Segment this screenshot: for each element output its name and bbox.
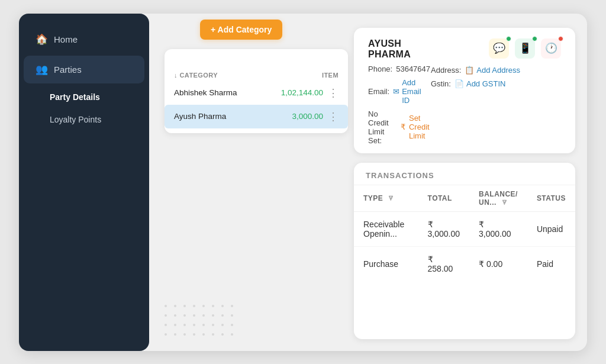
set-credit-link[interactable]: Set Credit Limit xyxy=(409,114,431,140)
dot-grid-decoration xyxy=(165,305,237,339)
cat-value: 1,02,144.00 xyxy=(281,88,323,97)
cat-name: Abhishek Sharma xyxy=(174,88,237,97)
message-badge xyxy=(506,36,511,41)
phone-value: 53647647 xyxy=(396,65,430,73)
transaction-type-1: Receivable Openin... xyxy=(354,211,418,246)
party-name: AYUSH PHARMA xyxy=(368,38,431,60)
party-details-panel: AYUSH PHARMA Phone: 53647647 Email: ✉ Ad… xyxy=(354,28,575,153)
sidebar: 🏠 Home 👥 Parties Party Details Loyalty P… xyxy=(19,14,149,351)
sidebar-item-parties[interactable]: 👥 Parties xyxy=(24,56,144,83)
balance-filter-icon[interactable]: ⛛ xyxy=(501,198,508,207)
whatsapp-badge xyxy=(532,36,537,41)
category-row-selected[interactable]: Ayush Pharma 3,000.00 ⋮ xyxy=(165,105,348,128)
sidebar-item-party-details[interactable]: Party Details xyxy=(24,86,144,108)
col-type-header: TYPE ⛛ xyxy=(354,185,418,211)
whatsapp-button[interactable]: 📱 xyxy=(515,38,535,59)
col-item-header: ITEM xyxy=(322,72,339,79)
add-email-label: Add Email ID xyxy=(402,78,431,105)
clock-badge xyxy=(558,36,563,41)
home-icon: 🏠 xyxy=(36,33,48,46)
sidebar-sub-menu: Party Details Loyalty Points xyxy=(19,86,149,131)
party-left-section: AYUSH PHARMA Phone: 53647647 Email: ✉ Ad… xyxy=(368,38,431,145)
cat-name-selected: Ayush Pharma xyxy=(174,112,226,121)
transaction-balance-2: ₹ 0.00 xyxy=(469,246,527,281)
category-table-header: ↓ CATEGORY ITEM xyxy=(165,67,348,81)
cat-dots-icon-2[interactable]: ⋮ xyxy=(328,110,339,123)
col-status-header: STATUS xyxy=(527,185,575,211)
gstin-icon: 📄 xyxy=(454,79,464,88)
email-icon: ✉ xyxy=(393,87,399,96)
app-container: 🏠 Home 👥 Parties Party Details Loyalty P… xyxy=(19,14,587,351)
sidebar-home-label: Home xyxy=(54,34,78,44)
message-button[interactable]: 💬 xyxy=(489,38,509,59)
col-balance-header: BALANCE/ UN... ⛛ xyxy=(469,185,527,211)
transaction-row-2: Purchase ₹ 258.00 ₹ 0.00 Paid xyxy=(354,246,575,281)
phone-label: Phone: xyxy=(368,65,392,73)
parties-icon: 👥 xyxy=(36,63,48,76)
transaction-status-1: Unpaid xyxy=(527,211,575,246)
main-content: + Add Category ↓ CATEGORY ITEM Abhishek … xyxy=(149,14,587,351)
cat-value-selected: 3,000.00 xyxy=(292,112,323,121)
transaction-balance-1: ₹ 3,000.00 xyxy=(469,211,527,246)
clock-button[interactable]: 🕐 xyxy=(541,38,561,59)
party-credit-row: No Credit Limit Set: ₹ Set Credit Limit xyxy=(368,109,431,145)
add-category-button[interactable]: + Add Category xyxy=(200,20,282,40)
sidebar-parties-label: Parties xyxy=(54,65,82,75)
party-action-icons: 💬 📱 🕐 xyxy=(431,38,561,59)
address-icon: 📋 xyxy=(465,66,474,75)
transactions-table: TYPE ⛛ TOTAL BALANCE/ UN... ⛛ STATUS Rec… xyxy=(354,185,575,281)
add-address-link[interactable]: 📋 Add Address xyxy=(465,66,520,75)
party-email-row: Email: ✉ Add Email ID xyxy=(368,78,431,105)
party-gstin-row: Gstin: 📄 Add GSTIN xyxy=(431,79,505,88)
type-filter-icon[interactable]: ⛛ xyxy=(388,194,395,202)
add-category-wrapper: + Add Category xyxy=(165,24,282,40)
col-category-header: ↓ CATEGORY xyxy=(174,72,218,79)
add-gstin-link[interactable]: 📄 Add GSTIN xyxy=(454,79,505,88)
add-gstin-label: Add GSTIN xyxy=(466,79,505,88)
cat-dots-icon[interactable]: ⋮ xyxy=(328,86,339,99)
add-address-label: Add Address xyxy=(476,66,520,75)
email-label: Email: xyxy=(368,87,389,96)
category-panel: ↓ CATEGORY ITEM Abhishek Sharma 1,02,144… xyxy=(165,49,348,133)
sidebar-item-loyalty-points[interactable]: Loyalty Points xyxy=(24,109,144,130)
transaction-total-2: ₹ 258.00 xyxy=(418,246,470,281)
transaction-row-1: Receivable Openin... ₹ 3,000.00 ₹ 3,000.… xyxy=(354,211,575,246)
party-address-row: Address: 📋 Add Address xyxy=(431,66,520,75)
transactions-panel: TRANSACTIONS TYPE ⛛ TOTAL BALANCE/ UN...… xyxy=(354,163,575,339)
gstin-label: Gstin: xyxy=(431,79,451,88)
transaction-total-1: ₹ 3,000.00 xyxy=(418,211,470,246)
party-right-section: 💬 📱 🕐 Address: 📋 xyxy=(431,38,561,145)
add-email-link[interactable]: ✉ Add Email ID xyxy=(393,78,431,105)
sidebar-item-home[interactable]: 🏠 Home xyxy=(24,25,144,53)
transaction-type-2: Purchase xyxy=(354,246,418,281)
category-row[interactable]: Abhishek Sharma 1,02,144.00 ⋮ xyxy=(165,81,348,105)
credit-label: No Credit Limit Set: xyxy=(368,109,396,145)
col-total-header: TOTAL xyxy=(418,185,470,211)
transactions-title: TRANSACTIONS xyxy=(354,171,575,185)
transaction-status-2: Paid xyxy=(527,246,575,281)
rupee-icon: ₹ xyxy=(401,123,405,131)
party-phone-row: Phone: 53647647 xyxy=(368,65,431,73)
address-label: Address: xyxy=(431,66,461,75)
